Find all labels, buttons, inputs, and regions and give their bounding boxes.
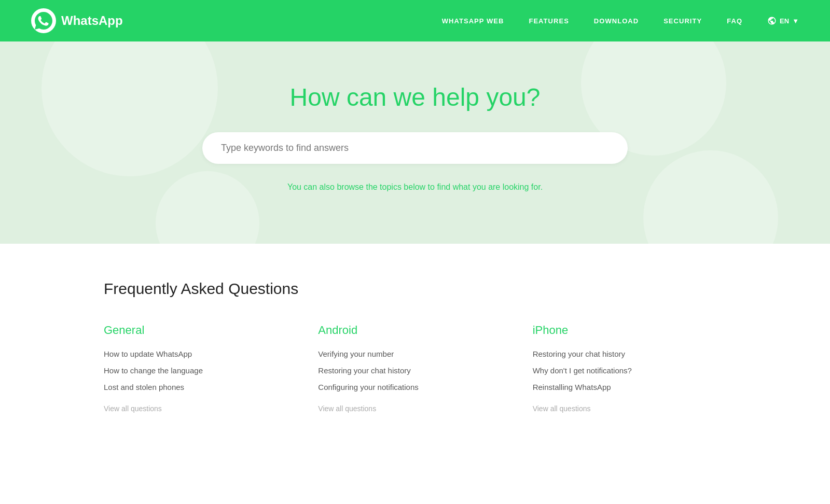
list-item[interactable]: Why don't I get notifications? <box>533 366 726 375</box>
faq-link[interactable]: Verifying your number <box>318 349 394 358</box>
faq-col-general: General How to update WhatsApp How to ch… <box>104 324 297 413</box>
list-item[interactable]: Configuring your notifications <box>318 383 511 392</box>
nav-link-download[interactable]: DOWNLOAD <box>594 17 639 25</box>
globe-icon <box>767 16 777 25</box>
faq-link[interactable]: Why don't I get notifications? <box>533 366 632 375</box>
nav-link-whatsapp-web[interactable]: WHATSAPP WEB <box>442 17 504 25</box>
faq-view-all-android[interactable]: View all questions <box>318 404 376 413</box>
nav-item-whatsapp-web[interactable]: WHATSAPP WEB <box>442 16 504 25</box>
faq-view-all-iphone[interactable]: View all questions <box>533 404 591 413</box>
brand-logo[interactable]: WhatsApp <box>31 8 123 33</box>
list-item[interactable]: Verifying your number <box>318 349 511 359</box>
language-label: EN <box>780 17 789 25</box>
faq-col-title-android: Android <box>318 324 511 337</box>
search-bar <box>202 132 628 164</box>
hero-section: How can we help you? You can also browse… <box>0 41 830 244</box>
list-item[interactable]: Reinstalling WhatsApp <box>533 383 726 392</box>
list-item[interactable]: How to change the language <box>104 366 297 375</box>
faq-link[interactable]: Reinstalling WhatsApp <box>533 383 611 391</box>
nav-item-security[interactable]: SECURITY <box>663 16 702 25</box>
faq-columns: General How to update WhatsApp How to ch… <box>104 324 726 413</box>
faq-link[interactable]: Configuring your notifications <box>318 383 418 391</box>
faq-col-android: Android Verifying your number Restoring … <box>318 324 511 413</box>
faq-link[interactable]: How to change the language <box>104 366 203 375</box>
faq-link[interactable]: Restoring your chat history <box>533 349 625 358</box>
faq-col-iphone: iPhone Restoring your chat history Why d… <box>533 324 726 413</box>
nav-item-features[interactable]: FEATURES <box>529 16 569 25</box>
nav-links: WHATSAPP WEB FEATURES DOWNLOAD SECURITY … <box>442 16 742 25</box>
faq-col-title-general: General <box>104 324 297 337</box>
nav-link-features[interactable]: FEATURES <box>529 17 569 25</box>
hero-subtitle: You can also browse the topics below to … <box>31 183 799 192</box>
faq-list-iphone: Restoring your chat history Why don't I … <box>533 349 726 392</box>
bg-circle-4 <box>643 150 778 244</box>
list-item[interactable]: Restoring your chat history <box>318 366 511 375</box>
faq-section: Frequently Asked Questions General How t… <box>52 244 778 455</box>
faq-list-android: Verifying your number Restoring your cha… <box>318 349 511 392</box>
language-selector[interactable]: EN ▼ <box>767 16 799 25</box>
list-item[interactable]: How to update WhatsApp <box>104 349 297 359</box>
faq-col-title-iphone: iPhone <box>533 324 726 337</box>
list-item[interactable]: Restoring your chat history <box>533 349 726 359</box>
search-input[interactable] <box>221 143 609 153</box>
faq-link[interactable]: Restoring your chat history <box>318 366 410 375</box>
bg-circle-3 <box>156 171 259 244</box>
nav-item-download[interactable]: DOWNLOAD <box>594 16 639 25</box>
faq-section-title: Frequently Asked Questions <box>104 280 726 298</box>
list-item[interactable]: Lost and stolen phones <box>104 383 297 392</box>
faq-view-all-general[interactable]: View all questions <box>104 404 162 413</box>
faq-list-general: How to update WhatsApp How to change the… <box>104 349 297 392</box>
navbar: WhatsApp WHATSAPP WEB FEATURES DOWNLOAD … <box>0 0 830 41</box>
faq-link[interactable]: Lost and stolen phones <box>104 383 184 391</box>
nav-link-faq[interactable]: FAQ <box>727 17 742 25</box>
whatsapp-logo-icon <box>31 8 56 33</box>
hero-title: How can we help you? <box>31 83 799 111</box>
chevron-down-icon: ▼ <box>792 17 799 25</box>
nav-link-security[interactable]: SECURITY <box>663 17 702 25</box>
faq-link[interactable]: How to update WhatsApp <box>104 349 192 358</box>
brand-name: WhatsApp <box>61 13 123 28</box>
nav-item-faq[interactable]: FAQ <box>727 16 742 25</box>
